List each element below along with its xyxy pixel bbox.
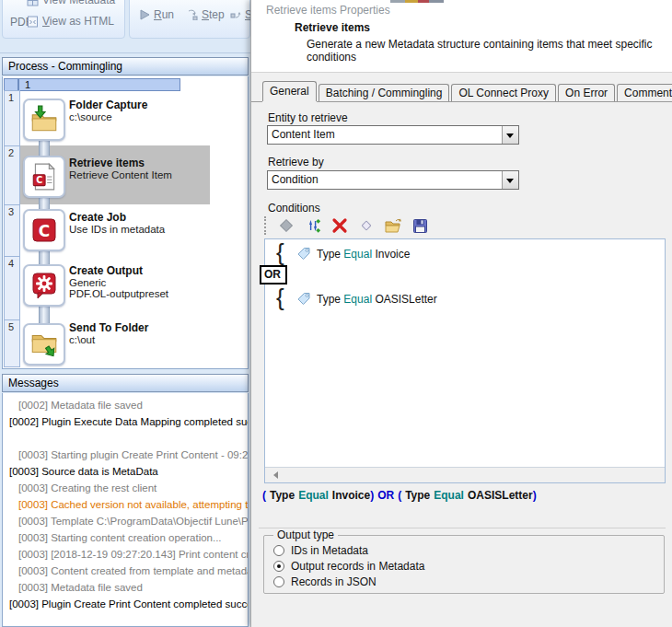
- delete-condition-button[interactable]: [330, 216, 349, 235]
- tab-on-error[interactable]: On Error: [558, 84, 615, 101]
- scroll-left-arrow-icon[interactable]: [265, 468, 281, 482]
- branch-corner-cell: [4, 78, 18, 91]
- save-conditions-button[interactable]: [411, 216, 429, 235]
- run-button[interactable]: Run: [140, 8, 174, 21]
- step-title: Folder Capture: [69, 99, 147, 111]
- condition-row[interactable]: Type Equal OASISLetter: [317, 293, 437, 306]
- chevron-down-icon[interactable]: [502, 126, 518, 144]
- create-job-icon: C: [29, 215, 59, 245]
- step-button[interactable]: Step: [187, 8, 225, 21]
- log-line: [0002] Metadata file saved: [3, 397, 248, 413]
- summary-token: OASISLetter: [468, 489, 533, 502]
- step-desc: Use IDs in metadata: [69, 224, 165, 235]
- step-desc: Generic: [69, 277, 168, 288]
- log-line: [0003] Metadata file saved: [3, 579, 248, 596]
- step-title: Create Job: [69, 211, 165, 224]
- send-to-folder-icon: [29, 330, 60, 359]
- retrieve-items-icon: C: [30, 162, 58, 192]
- step-row[interactable]: Retrieve items Retrieve Content Item: [69, 157, 172, 180]
- html-page-icon: [27, 16, 39, 28]
- retrieve-by-select[interactable]: Condition: [267, 170, 519, 190]
- step-title: Send To Folder: [69, 321, 148, 334]
- branch-header[interactable]: 1: [18, 78, 180, 91]
- step-desc-line2: PDF.OL-outputpreset: [69, 288, 168, 299]
- step-number-cell: 3: [4, 204, 20, 257]
- step-icon-folder-capture[interactable]: [23, 99, 65, 141]
- log-line: [0003] [2018-12-19 09:27:20.143] Print c…: [3, 546, 248, 563]
- step-row[interactable]: Create Job Use IDs in metadata: [69, 211, 165, 235]
- step-desc: c:\out: [69, 334, 148, 345]
- step-row[interactable]: Create Output Generic PDF.OL-outputprese…: [69, 264, 168, 299]
- tab-batching-commingling[interactable]: Batching / Commingling: [319, 84, 450, 101]
- condition-row[interactable]: Type Equal Invoice: [317, 248, 410, 261]
- tab-general[interactable]: General: [262, 81, 317, 101]
- summary-token: Type: [270, 489, 295, 502]
- step-title: Retrieve items: [69, 157, 172, 169]
- process-flow-area: 1 1 2 3 4 5 Folder Capture c:\source: [2, 76, 249, 369]
- step-icon-create-job[interactable]: C: [23, 209, 65, 251]
- view-as-html-label: View as HTML: [42, 15, 114, 28]
- open-folder-icon: [384, 217, 402, 234]
- summary-token: ): [370, 489, 374, 502]
- conditions-tree[interactable]: { Type Equal Invoice OR { Type Equal OAS…: [264, 238, 666, 483]
- dialog-header: Retrieve items Properties Retrieve items…: [251, 0, 672, 73]
- diamond-icon: [278, 217, 295, 234]
- chevron-down-icon[interactable]: [502, 171, 518, 189]
- radio-icon[interactable]: [273, 545, 284, 556]
- radio-ids-in-metadata[interactable]: IDs in Metadata: [273, 544, 368, 557]
- window-edge-remnant: [390, 0, 444, 3]
- step-number-cell: 1: [4, 90, 20, 146]
- reorder-conditions-button[interactable]: [304, 216, 322, 235]
- save-floppy-icon: [412, 218, 428, 234]
- radio-label: IDs in Metadata: [291, 544, 368, 557]
- branch-label: 1: [25, 79, 30, 90]
- add-condition-button[interactable]: [277, 216, 295, 235]
- logic-operator-box[interactable]: OR: [260, 265, 287, 284]
- open-conditions-button[interactable]: [384, 216, 402, 235]
- condition-operator: Equal: [343, 248, 372, 261]
- tab-comments[interactable]: Comments: [617, 84, 672, 101]
- radio-icon[interactable]: [273, 576, 284, 587]
- skip-button[interactable]: S: [230, 8, 252, 21]
- conditions-toolbar: [264, 215, 666, 237]
- radio-output-records-in-metadata[interactable]: Output records in Metadata: [273, 560, 424, 573]
- horizontal-scrollbar[interactable]: [265, 467, 665, 482]
- log-line: [0003] Content created from template and…: [3, 563, 248, 579]
- condition-summary: (TypeEqualInvoice)OR(TypeEqualOASISLette…: [262, 489, 666, 502]
- log-line: [0003] Template C:\ProgramData\Objectif …: [3, 513, 248, 529]
- step-icon-retrieve-items[interactable]: C: [23, 156, 65, 198]
- step-label: Step: [202, 8, 225, 21]
- step-number-cell: 2: [4, 145, 20, 205]
- step-icon: [187, 9, 198, 20]
- step-row[interactable]: Folder Capture c:\source: [69, 99, 147, 122]
- summary-token: Equal: [298, 489, 329, 502]
- ribbon-group-data: PDF View Metadata View as HTML: [2, 0, 125, 39]
- group-brace: {: [276, 241, 284, 263]
- log-line: [0003] Creating the rest client: [3, 480, 248, 496]
- tab-strip-baseline: [251, 101, 672, 102]
- conditions-label: Conditions: [268, 202, 320, 215]
- step-icon-send-to-folder[interactable]: [23, 323, 65, 366]
- toolbar-grip[interactable]: [264, 216, 267, 235]
- clear-conditions-button[interactable]: [357, 216, 376, 235]
- radio-records-in-json[interactable]: Records in JSON: [273, 575, 377, 588]
- process-panel-title: Process - Commingling: [8, 60, 122, 73]
- radio-icon-selected[interactable]: [273, 561, 284, 572]
- group-brace: {: [276, 286, 284, 308]
- entity-to-retrieve-label: Entity to retrieve: [268, 111, 348, 124]
- entity-to-retrieve-select[interactable]: Content Item: [267, 125, 519, 145]
- ribbon-toolbar: PDF View Metadata View as HTML Run Step …: [0, 0, 250, 53]
- tab-ol-connect-proxy[interactable]: OL Connect Proxy: [451, 84, 556, 101]
- run-label: Run: [154, 8, 174, 21]
- step-icon-create-output[interactable]: [23, 264, 65, 307]
- view-metadata-button[interactable]: View Metadata: [27, 0, 115, 6]
- step-number-cell: 5: [4, 319, 20, 367]
- retrieve-by-label: Retrieve by: [268, 156, 324, 168]
- condition-operator: Equal: [343, 293, 372, 306]
- step-row[interactable]: Send To Folder c:\out: [69, 321, 148, 345]
- log-line: [3, 430, 248, 447]
- step-desc: Retrieve Content Item: [69, 169, 172, 180]
- svg-text:C: C: [36, 175, 42, 185]
- view-as-html-button[interactable]: View as HTML: [27, 15, 114, 28]
- dialog-description: Generate a new Metadata structure contai…: [307, 38, 672, 64]
